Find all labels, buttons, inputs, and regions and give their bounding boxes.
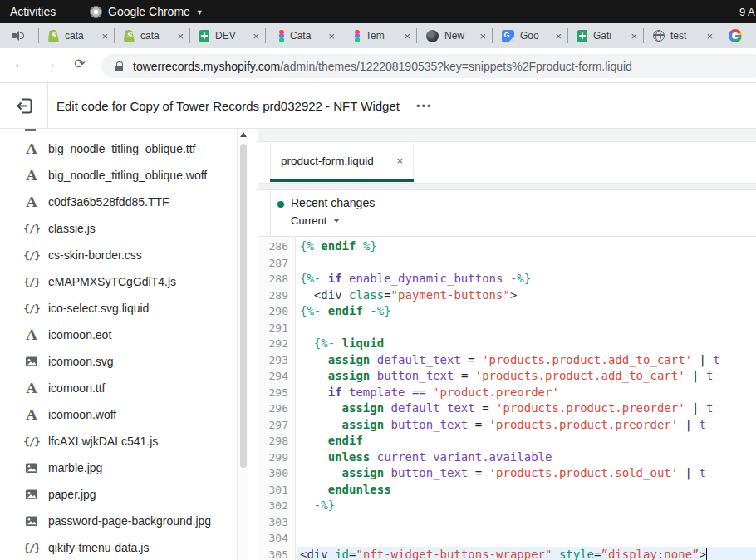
file-list-item[interactable]: {/}lfcAXLwjkDALc541.js [0, 428, 236, 454]
system-clock[interactable]: 9 A [739, 6, 755, 18]
code-line[interactable]: assign button_text = 'products.product.s… [297, 465, 756, 482]
file-list-item[interactable]: {/}cs-skin-border.css [0, 242, 236, 268]
code-line[interactable]: -%} [297, 498, 756, 514]
app-menu-button[interactable]: Google Chrome ▼ [90, 5, 204, 18]
font-icon-glyph: A [26, 408, 37, 422]
browser-tab[interactable]: cata× [114, 28, 189, 43]
code-line[interactable]: assign button_text = 'products.product.p… [297, 417, 756, 434]
file-list-item[interactable]: {/}qikify-tmenu-data.js [0, 534, 236, 560]
forward-button[interactable]: → [40, 56, 60, 72]
code-area[interactable]: 2862872882892902912922932942952962972982… [258, 237, 756, 560]
file-list-item[interactable]: Ac0df3a6b528fdd85.TTF [0, 189, 236, 215]
browser-tab-label: cata [140, 30, 174, 42]
close-tab-icon[interactable]: × [706, 30, 713, 42]
code-line[interactable]: unless current_variant.available [297, 449, 756, 466]
code-line[interactable]: endif [297, 433, 756, 449]
line-number: 286 [258, 238, 295, 255]
code-lines[interactable]: {% endif %}{%- if enable_dynamic_buttons… [297, 237, 756, 560]
system-top-bar: Activities Google Chrome ▼ 9 A [0, 0, 756, 23]
code-token: t [706, 369, 713, 382]
font-icon-glyph: A [26, 381, 37, 395]
file-list-item[interactable]: icomoon.svg [0, 348, 236, 375]
file-list-item[interactable]: Aicomoon.ttf [0, 375, 236, 401]
file-list-item[interactable]: {/}ico-select.svg.liquid [0, 295, 236, 322]
file-list-item[interactable]: marble.jpg [0, 454, 236, 481]
code-icon: {/} [23, 435, 40, 448]
editor-file-tab[interactable]: product-form.liquid × [270, 143, 414, 179]
code-line[interactable] [297, 320, 756, 336]
browser-tab[interactable]: Goo× [492, 28, 567, 43]
scrollbar-thumb[interactable] [240, 144, 247, 468]
browser-tab[interactable]: cata× [38, 28, 114, 43]
code-line[interactable]: {%- if enable_dynamic_buttons -%} [297, 271, 756, 287]
code-line[interactable]: <div class="payment-buttons"> [297, 287, 756, 304]
code-token: -%} [363, 304, 391, 317]
tab-audio-indicator[interactable] [0, 23, 38, 48]
code-line[interactable]: assign default_text = 'products.product.… [297, 400, 756, 417]
image-icon [23, 355, 40, 368]
code-line[interactable]: assign button_text = 'products.product.a… [297, 368, 756, 385]
code-icon-glyph: {/} [23, 276, 40, 288]
line-number: 287 [258, 255, 295, 272]
code-line[interactable] [297, 514, 756, 531]
close-tab-icon[interactable]: × [631, 30, 637, 42]
browser-tab[interactable]: DEV× [189, 28, 265, 43]
browser-tab[interactable]: Gati× [567, 28, 643, 43]
browser-tab[interactable] [719, 28, 756, 43]
browser-tab-label: Tem [366, 30, 401, 42]
browser-tab[interactable]: New× [416, 28, 492, 43]
font-icon-glyph: A [26, 142, 37, 156]
file-list-item[interactable]: paper.jpg [0, 481, 236, 508]
back-button[interactable]: ← [10, 56, 30, 72]
code-line[interactable] [297, 530, 756, 547]
activities-button[interactable]: Activities [10, 5, 56, 18]
close-tab-icon[interactable]: × [396, 155, 403, 167]
code-token: 'products.product.add_to_cart' [475, 369, 685, 382]
address-bar-input[interactable]: towerrecords.myshopify.com/admin/themes/… [101, 54, 756, 78]
code-line[interactable]: <div id="nft-widget-buttons-wrapper" sty… [297, 547, 756, 560]
close-tab-icon[interactable]: × [555, 30, 562, 42]
more-actions-button[interactable]: ••• [416, 100, 433, 112]
file-list-item[interactable]: password-page-background.jpg [0, 508, 236, 534]
file-name: classie.js [48, 222, 96, 235]
code-line[interactable]: endunless [297, 482, 756, 499]
code-token: = [468, 418, 488, 431]
close-tab-icon[interactable]: × [328, 30, 335, 42]
file-list-item[interactable]: Aicomoon.eot [0, 322, 236, 348]
file-list-item[interactable]: {/}classie.js [0, 215, 236, 242]
code-token: | [685, 401, 706, 415]
code-token: = [461, 353, 482, 366]
file-list-item[interactable]: Aicomoon.woff [0, 401, 236, 428]
version-dropdown[interactable]: Current [291, 214, 326, 227]
code-line[interactable]: {%- endif -%} [297, 303, 756, 320]
code-line[interactable]: {% endif %} [297, 238, 756, 255]
browser-tab[interactable]: Cata× [265, 28, 341, 43]
code-line[interactable]: assign default_text = 'products.product.… [297, 352, 756, 369]
close-tab-icon[interactable]: × [404, 30, 410, 42]
code-line[interactable]: if template == 'product.preorder' [297, 385, 756, 401]
code-token: %} [356, 239, 376, 253]
chevron-down-icon[interactable] [333, 219, 340, 223]
code-line[interactable]: {%- liquid [297, 336, 756, 352]
browser-tab-label: Cata [290, 30, 326, 42]
file-list-item[interactable]: {/}eMAPMXSyTCgGdiT4.js [0, 268, 236, 295]
browser-tab[interactable]: test× [643, 28, 719, 43]
close-tab-icon[interactable]: × [253, 30, 259, 42]
close-tab-icon[interactable]: × [479, 30, 486, 42]
scroll-up-arrow-icon[interactable] [240, 132, 247, 137]
file-list-item[interactable]: Abig_noodle_titling_oblique.ttf [0, 135, 236, 162]
exit-code-editor-button[interactable] [15, 96, 34, 115]
close-tab-icon[interactable]: × [101, 30, 108, 42]
close-tab-icon[interactable]: × [177, 30, 184, 42]
code-token: t [699, 466, 705, 479]
reload-button[interactable]: ⟳ [70, 56, 90, 71]
browser-tab[interactable]: Tem× [341, 28, 416, 43]
code-token: -%} [503, 272, 531, 285]
sidebar-scrollbar[interactable] [237, 129, 248, 560]
code-token: == [412, 386, 426, 399]
code-line[interactable] [297, 255, 756, 272]
exit-icon [15, 96, 34, 115]
file-list-item[interactable]: Abig_noodle_titling_oblique.woff [0, 162, 236, 189]
file-name: big_noodle_titling_oblique.ttf [48, 142, 195, 155]
lock-icon[interactable] [115, 61, 123, 71]
